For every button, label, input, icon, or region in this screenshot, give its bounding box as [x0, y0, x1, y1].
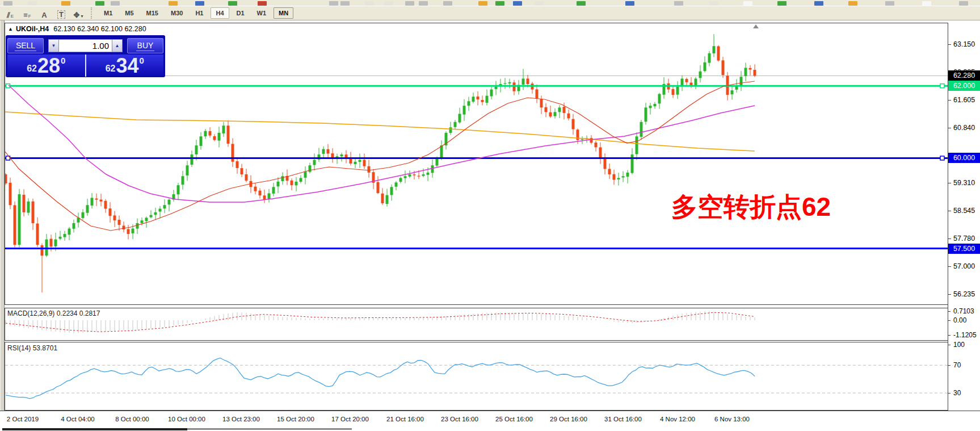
- timeframe-h1[interactable]: H1: [190, 7, 208, 19]
- timeframe-mn[interactable]: MN: [274, 7, 293, 19]
- time-label: 23 Oct 16:00: [432, 416, 487, 422]
- time-label: 8 Oct 00:00: [105, 416, 159, 422]
- toolbar-row-clipped: [0, 0, 980, 6]
- toolbar-icon-clipped: [228, 1, 237, 6]
- rsi-tick: [948, 345, 950, 345]
- price-tick-label: 56.235: [953, 290, 975, 299]
- volume-input[interactable]: [59, 39, 112, 52]
- volume-increase-button[interactable]: ▲: [112, 39, 123, 52]
- toolbar-icon-clipped: [577, 1, 586, 6]
- price-level-badge: 62.000: [948, 81, 980, 91]
- price-tick-label: 57.780: [953, 234, 975, 243]
- rsi-tick: [948, 365, 950, 366]
- toolbar-icon-clipped: [419, 1, 428, 6]
- symbol-label: UKOil-,H4: [16, 25, 49, 33]
- chart-shift-marker-icon[interactable]: [753, 24, 759, 28]
- medium-ma: [9, 85, 755, 202]
- time-axis[interactable]: 2 Oct 20194 Oct 04:008 Oct 00:0010 Oct 0…: [0, 411, 980, 428]
- toolbar-separator: [91, 7, 93, 19]
- toolbar-icon-clipped: [478, 1, 487, 6]
- chart-annotation[interactable]: 多空转折点62: [671, 192, 831, 221]
- rsi-tick-label: 100: [953, 340, 965, 349]
- timeframe-d1[interactable]: D1: [232, 7, 250, 19]
- rsi-indicator-label: RSI(14) 53.8701: [7, 344, 57, 352]
- price-tick-label: 58.545: [953, 206, 975, 215]
- toolbar-icon-clipped: [258, 1, 267, 6]
- timeframe-m5[interactable]: M5: [120, 7, 138, 19]
- time-label: 4 Oct 04:00: [51, 416, 105, 422]
- text-icon[interactable]: A: [37, 7, 51, 19]
- macd-tick-label: -1.1205: [953, 330, 977, 340]
- label-icon[interactable]: T: [54, 7, 68, 19]
- toolbar-icon-clipped: [443, 1, 452, 6]
- ohlc-values: 62.130 62.340 62.100 62.280: [53, 25, 146, 33]
- toolbar-icon-clipped: [384, 1, 393, 6]
- price-tick: [948, 294, 951, 295]
- rsi-chart: [5, 342, 948, 410]
- macd-tick: [948, 335, 950, 336]
- price-tick-label: 63.150: [953, 40, 975, 49]
- macd-chart: [5, 308, 948, 340]
- macd-indicator-label: MACD(12,26,9) 0.2234 0.2817: [7, 309, 100, 317]
- time-label: 13 Oct 23:00: [214, 416, 268, 422]
- drawing-tools-group: ⫽E≡FAT✥▾: [0, 7, 85, 19]
- toolbar-icon-clipped: [959, 1, 968, 6]
- buy-price[interactable]: 62 34 0: [86, 55, 164, 77]
- fibonacci-icon[interactable]: ≡F: [20, 7, 34, 19]
- toolbar-icon-clipped: [340, 1, 350, 6]
- toolbar-icon-clipped: [365, 1, 374, 6]
- one-click-trade-panel: SELL ▼ ▲ BUY 62 28 0 62 34 0: [6, 35, 165, 77]
- timeframe-m30[interactable]: M30: [166, 7, 188, 19]
- toolbar-icon-clipped: [674, 1, 683, 6]
- price-tick-label: 60.840: [953, 123, 975, 132]
- arrows-icon[interactable]: ✥▾: [71, 7, 85, 19]
- time-label: 29 Oct 16:00: [541, 416, 596, 422]
- toolbar-icon-clipped: [111, 1, 120, 6]
- scrollbar-thumb[interactable]: [2, 428, 187, 430]
- timeframe-group: M1M5M15M30H1H4D1W1MN: [98, 7, 295, 19]
- horizontal-scrollbar[interactable]: [0, 428, 980, 431]
- equidistant-channel-icon[interactable]: ⫽E: [3, 7, 17, 19]
- sell-button[interactable]: SELL: [7, 38, 44, 53]
- time-label: 4 Nov 12:00: [650, 416, 705, 422]
- toolbar-icon-clipped: [405, 1, 414, 6]
- toolbar-icon-clipped: [625, 1, 634, 6]
- toolbar-icon-clipped: [848, 1, 857, 6]
- level-line-62.000[interactable]: [5, 84, 948, 88]
- rsi-tick: [948, 393, 950, 394]
- price-tick: [948, 100, 951, 101]
- chart-header: ▲UKOil-,H462.130 62.340 62.100 62.280: [8, 25, 146, 33]
- price-tick: [948, 238, 951, 239]
- macd-tick: [948, 320, 950, 321]
- macd-tick-label: 0.7103: [953, 307, 974, 316]
- sell-price[interactable]: 62 28 0: [7, 55, 86, 77]
- timeframe-w1[interactable]: W1: [252, 7, 272, 19]
- timeframe-h4[interactable]: H4: [211, 7, 229, 19]
- toolbar-icon-clipped: [535, 1, 544, 6]
- macd-histogram: [6, 311, 755, 333]
- toolbar-icon-clipped: [885, 1, 894, 6]
- panel-collapse-icon[interactable]: ▲: [8, 26, 13, 32]
- buy-button[interactable]: BUY: [127, 38, 163, 53]
- price-tick: [948, 183, 951, 183]
- current-price-badge: 62.280: [948, 70, 980, 81]
- timeframe-m1[interactable]: M1: [99, 7, 117, 19]
- price-axis[interactable]: 63.15062.38562.00061.60560.84060.07559.3…: [948, 23, 980, 431]
- timeframe-m15[interactable]: M15: [141, 7, 163, 19]
- window-left-edge: [0, 20, 5, 431]
- toolbar-icon-clipped: [513, 1, 522, 6]
- toolbar-icon-clipped: [28, 1, 37, 6]
- scrollbar-track: [187, 428, 352, 430]
- toolbar-icon-clipped: [329, 1, 338, 6]
- volume-decrease-button[interactable]: ▼: [48, 39, 59, 52]
- toolbar-icon-clipped: [195, 1, 204, 6]
- toolbar-icon-clipped: [95, 1, 104, 6]
- toolbar-icon-clipped: [61, 1, 70, 6]
- level-line-60.000[interactable]: [5, 156, 948, 160]
- time-label: 21 Oct 16:00: [378, 416, 432, 422]
- time-label: 2 Oct 2019: [0, 416, 50, 422]
- price-tick: [948, 266, 951, 267]
- toolbar-icon-clipped: [777, 1, 786, 6]
- price-level-badge: 57.500: [948, 244, 980, 254]
- price-level-badge: 60.000: [948, 153, 980, 163]
